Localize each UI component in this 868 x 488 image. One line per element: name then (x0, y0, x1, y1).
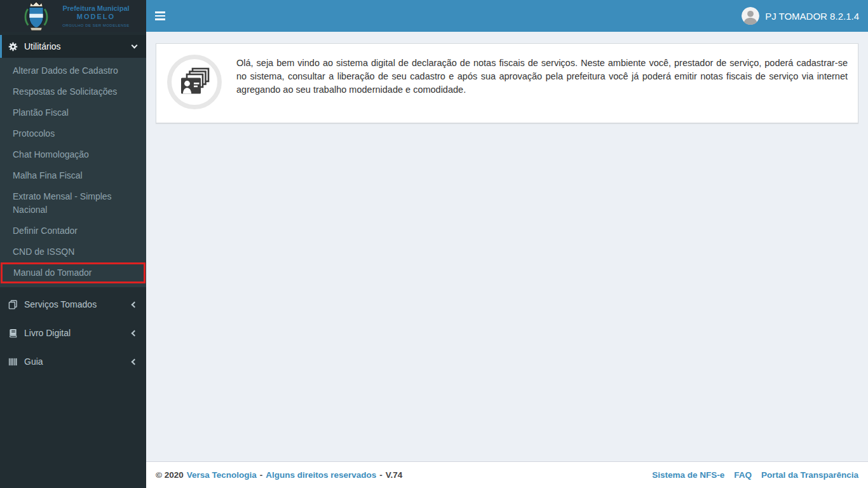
welcome-text: Olá, seja bem vindo ao sistema digital d… (236, 54, 848, 97)
link-portal-transparencia[interactable]: Portal da Transparência (761, 470, 858, 480)
brand-title: Prefeitura Municipal (62, 4, 129, 13)
footer-copyright: © 2020 Versa Tecnologia - Alguns direito… (156, 470, 402, 480)
topbar: PJ TOMADOR 8.2.1.4 (146, 0, 868, 32)
sidebar-item-alterar-dados[interactable]: Alterar Dados de Cadastro (0, 60, 146, 81)
hamburger-icon (155, 11, 165, 13)
sidebar-section-livro-digital[interactable]: Livro Digital (0, 322, 146, 344)
brand-text: Prefeitura Municipal MODELO ORGULHO DE S… (57, 4, 135, 27)
sidebar-item-manual-tomador[interactable]: Manual do Tomador (1, 262, 146, 283)
contact-cards-icon (166, 54, 222, 110)
coat-of-arms-icon (22, 1, 51, 31)
brand-subtitle: MODELO (77, 13, 115, 21)
footer: © 2020 Versa Tecnologia - Alguns direito… (146, 461, 868, 488)
utilitarios-submenu: Alterar Dados de Cadastro Respostas de S… (0, 58, 146, 287)
sidebar-item-cnd-issqn[interactable]: CND de ISSQN (0, 241, 146, 262)
copyright-year: © 2020 (156, 470, 184, 480)
chevron-left-icon (132, 358, 138, 365)
sidebar-section-utilitarios[interactable]: Utilitários (0, 35, 146, 58)
sidebar-item-respostas[interactable]: Respostas de Solicitações (0, 81, 146, 102)
sidebar: Prefeitura Municipal MODELO ORGULHO DE S… (0, 0, 146, 488)
sidebar-item-definir-contador[interactable]: Definir Contador (0, 220, 146, 241)
footer-links: Sistema de NFS-e FAQ Portal da Transparê… (652, 470, 858, 480)
sidebar-item-plantao-fiscal[interactable]: Plantão Fiscal (0, 102, 146, 123)
sidebar-section-servicos-tomados[interactable]: Serviços Tomados (0, 293, 146, 316)
gear-icon (8, 41, 18, 51)
link-sistema-nfse[interactable]: Sistema de NFS-e (652, 470, 724, 480)
sidebar-section-label: Utilitários (24, 41, 132, 51)
sidebar-section-label: Livro Digital (24, 328, 131, 338)
sidebar-section-label: Serviços Tomados (24, 299, 131, 309)
brand-tagline: ORGULHO DE SER MODELENSE (62, 24, 130, 27)
sidebar-item-extrato-mensal[interactable]: Extrato Mensal - Simples Nacional (0, 186, 146, 220)
sidebar-item-chat-homologacao[interactable]: Chat Homologação (0, 144, 146, 165)
separator: - (379, 470, 383, 480)
link-faq[interactable]: FAQ (734, 470, 752, 480)
main-content: Olá, seja bem vindo ao sistema digital d… (146, 32, 868, 461)
company-link[interactable]: Versa Tecnologia (187, 470, 257, 480)
welcome-card: Olá, seja bem vindo ao sistema digital d… (156, 43, 858, 123)
copy-icon (8, 299, 18, 309)
rights-link[interactable]: Alguns direitos reservados (266, 470, 376, 480)
version-label: V.74 (386, 470, 403, 480)
sidebar-menu: Utilitários Alterar Dados de Cadastro Re… (0, 35, 146, 373)
sidebar-item-malha-fina[interactable]: Malha Fina Fiscal (0, 165, 146, 186)
barcode-icon (8, 356, 18, 367)
chevron-left-icon (132, 330, 138, 336)
book-icon (8, 328, 18, 338)
user-label: PJ TOMADOR 8.2.1.4 (765, 11, 859, 22)
sidebar-section-guia[interactable]: Guia (0, 350, 146, 373)
separator: - (260, 470, 263, 480)
sidebar-section-label: Guia (24, 356, 131, 367)
user-menu[interactable]: PJ TOMADOR 8.2.1.4 (742, 7, 859, 25)
sidebar-toggle-button[interactable] (146, 0, 175, 32)
sidebar-item-protocolos[interactable]: Protocolos (0, 123, 146, 144)
chevron-left-icon (132, 301, 138, 308)
chevron-down-icon (132, 42, 138, 48)
avatar (742, 7, 759, 25)
app-window: Prefeitura Municipal MODELO ORGULHO DE S… (0, 0, 868, 488)
brand-logo: Prefeitura Municipal MODELO ORGULHO DE S… (0, 0, 146, 32)
